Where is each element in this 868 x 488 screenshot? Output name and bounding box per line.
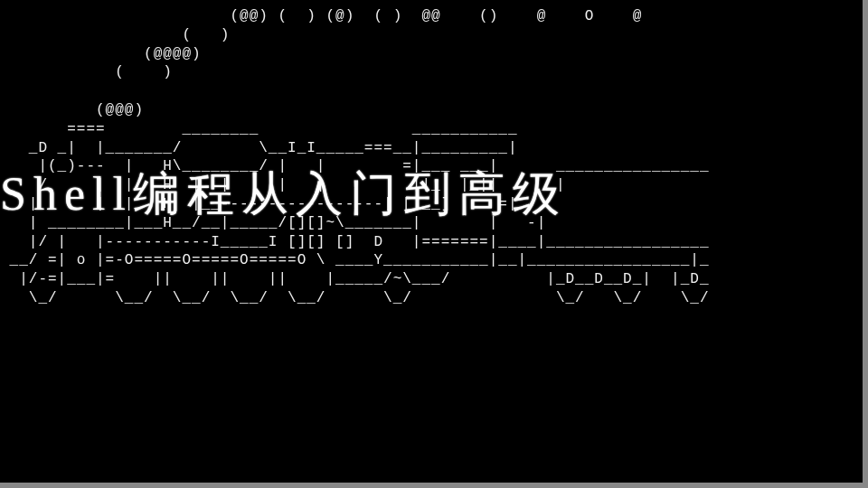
ascii-line: (@@) ( ) (@) ( ) @@ () @ O @ bbox=[0, 8, 642, 24]
ascii-line: ==== ________ ___________ bbox=[0, 121, 517, 137]
sl-train-ascii: (@@) ( ) (@) ( ) @@ () @ O @ ( ) (@@@@) … bbox=[0, 0, 710, 308]
terminal-window: (@@) ( ) (@) ( ) @@ () @ O @ ( ) (@@@@) … bbox=[0, 0, 868, 488]
ascii-line: \_/ \__/ \__/ \__/ \__/ \_/ \_/ \_/ \_/ bbox=[0, 290, 710, 306]
ascii-line: (@@@@) bbox=[0, 46, 202, 62]
ascii-line: |/ | |-----------I_____I [][] [] D |====… bbox=[0, 234, 710, 250]
ascii-line: ( ) bbox=[0, 27, 230, 43]
ascii-line: |/-=|___|= || || || |_____/~\___/ |_D__D… bbox=[0, 271, 710, 287]
course-title: Shell编程从入门到高级 bbox=[0, 163, 868, 226]
ascii-line: ( ) bbox=[0, 64, 173, 80]
ascii-line: __/ =| o |=-O=====O=====O=====O \ ____Y_… bbox=[0, 252, 710, 268]
ascii-line: (@@@) bbox=[0, 102, 144, 118]
ascii-line: _D _| |_______/ \__I_I_____===__|_______… bbox=[0, 140, 517, 156]
